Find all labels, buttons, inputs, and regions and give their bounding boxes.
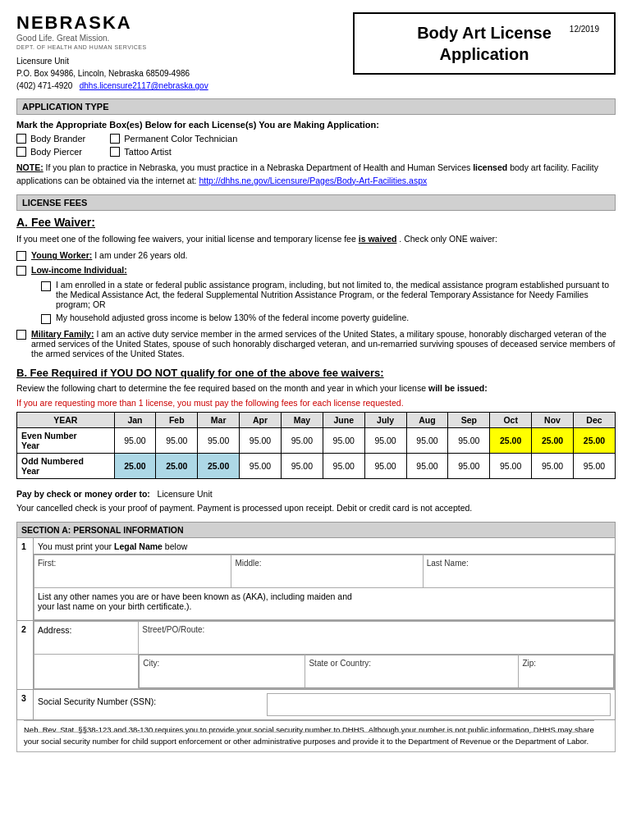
checkbox-col-left: Body Brander Body Piercer (16, 134, 85, 157)
contact-info: Licensure Unit P.O. Box 94986, Lincoln, … (16, 55, 208, 92)
ssn-field[interactable] (271, 697, 607, 712)
city-state-zip: City: State or Country: Zi (139, 654, 615, 688)
checkbox-perm-color-box[interactable] (110, 134, 120, 144)
row-ssn-note: Neb. Rev. Stat. §§38-123 and 38-130 requ… (17, 719, 616, 752)
ssn-cell: Social Security Number (SSN): (34, 689, 616, 719)
state-cell: State or Country: (305, 655, 519, 687)
row-even-apr: 95.00 (240, 428, 282, 454)
checkbox-body-brander: Body Brander (16, 134, 85, 144)
row-address: 2 Address: Street/PO/Route: (17, 620, 616, 689)
address-label-cell: Address: (34, 621, 139, 654)
waiver-low-income-label: Low-income Individual: (31, 265, 127, 275)
email-link[interactable]: dhhs.licensure2117@nebraska.gov (80, 81, 208, 90)
po-box: P.O. Box 94986, Lincoln, Nebraska 68509-… (16, 67, 208, 80)
pay-info: Pay by check or money order to: Licensur… (16, 487, 616, 515)
page-header: NEBRASKA Good Life. Great Mission. DEPT.… (16, 12, 616, 92)
sub-waivers: I am enrolled in a state or federal publ… (41, 280, 616, 324)
city-cell: City: (140, 655, 305, 687)
note-prefix: NOTE: (16, 162, 44, 172)
middle-name-cell: Middle: (231, 555, 423, 587)
fee-required-title: B. Fee Required if YOU DO NOT qualify fo… (16, 367, 616, 379)
sub-waiver-2-text: My household adjusted gross income is be… (56, 313, 409, 322)
last-name-field[interactable] (427, 568, 611, 584)
checkbox-tattoo-box[interactable] (110, 147, 120, 157)
logo-area: NEBRASKA Good Life. Great Mission. DEPT.… (16, 12, 208, 92)
row-odd-nov: 95.00 (532, 454, 574, 479)
row-even-sep: 95.00 (448, 428, 490, 454)
ssn-field-cell[interactable] (267, 693, 611, 715)
checkbox-perm-color: Permanent Color Technician (110, 134, 237, 144)
state-field[interactable] (309, 668, 515, 684)
first-name-field[interactable] (38, 568, 227, 584)
waiver-low-income-box[interactable] (16, 266, 26, 276)
licensure-unit: Licensure Unit (16, 55, 208, 67)
col-apr: Apr (240, 413, 282, 428)
checkbox-body-brander-box[interactable] (16, 134, 26, 144)
table-row-odd: Odd NumberedYear 25.00 25.00 25.00 95.00… (17, 454, 616, 479)
checkbox-tattoo: Tattoo Artist (110, 147, 237, 157)
pay-payee: Licensure Unit (158, 489, 213, 499)
col-june: June (323, 413, 364, 428)
pay-note: Your cancelled check is your proof of pa… (16, 501, 616, 515)
waiver-low-income: Low-income Individual: (16, 265, 616, 276)
row-odd-dec: 95.00 (573, 454, 615, 479)
logo-text: NEBRASKA (16, 12, 208, 34)
row-odd-feb: 25.00 (156, 454, 198, 479)
aka-field[interactable] (353, 591, 611, 616)
row-odd-june: 95.00 (323, 454, 364, 479)
col-dec: Dec (573, 413, 615, 428)
row-even-feb: 95.00 (156, 428, 198, 454)
is-waived: is waived (359, 234, 397, 244)
sub-waiver-2: My household adjusted gross income is be… (41, 313, 616, 324)
first-label: First: (38, 559, 227, 568)
street-field[interactable] (142, 634, 611, 651)
note-link[interactable]: http://dhhs.ne.gov/Licensure/Pages/Body-… (199, 176, 427, 185)
waiver-young-worker-box[interactable] (16, 251, 26, 261)
city-field[interactable] (143, 668, 301, 684)
aka-label: List any other names you are or have bee… (38, 591, 352, 611)
street-cell: Street/PO/Route: (139, 621, 615, 654)
zip-field[interactable] (522, 668, 610, 684)
phone-email: (402) 471-4920 dhhs.licensure2117@nebras… (16, 80, 208, 92)
row3-num: 3 (17, 689, 34, 719)
date-stamp: 12/2019 (570, 25, 599, 34)
waiver-military-box[interactable] (16, 330, 26, 340)
aka-field-cell[interactable] (353, 591, 611, 616)
zip-cell: Zip: (519, 655, 614, 687)
sub-waiver-1-box[interactable] (41, 281, 51, 291)
row-legal-name: 1 You must print your You must print you… (17, 537, 616, 554)
middle-name-field[interactable] (235, 568, 419, 584)
row-odd-mar: 25.00 (198, 454, 240, 479)
row-even-jan: 95.00 (114, 428, 156, 454)
row-even-nov: 25.00 (532, 428, 574, 454)
note-bold: licensed (473, 162, 507, 172)
checkbox-body-piercer: Body Piercer (16, 147, 85, 157)
col-nov: Nov (532, 413, 574, 428)
checkbox-body-piercer-label: Body Piercer (30, 147, 82, 157)
zip-label: Zip: (522, 659, 610, 668)
row1-instruction: You must print your You must print your … (34, 537, 616, 554)
app-type-note: NOTE: If you plan to practice in Nebrask… (16, 162, 616, 188)
dept-label: DEPT. OF HEALTH AND HUMAN SERVICES (16, 44, 208, 50)
fee-table-note: If you are requesting more than 1 licens… (16, 398, 616, 408)
row-odd-jan: 25.00 (114, 454, 156, 479)
section-a-header: SECTION A: PERSONAL INFORMATION (17, 522, 616, 537)
checkbox-tattoo-label: Tattoo Artist (124, 147, 171, 157)
col-year: YEAR (17, 413, 115, 428)
aka-cell: List any other names you are or have bee… (34, 587, 615, 619)
checkbox-col-right: Permanent Color Technician Tattoo Artist (110, 134, 237, 157)
ssn-label-cell: Social Security Number (SSN): (38, 693, 267, 715)
application-type-section: Mark the Appropriate Box(es) Below for e… (16, 120, 616, 188)
checkbox-body-brander-label: Body Brander (30, 134, 85, 144)
checkbox-body-piercer-box[interactable] (16, 147, 26, 157)
row-ssn: 3 Social Security Number (SSN): (17, 689, 616, 719)
first-name-cell: First: (34, 555, 231, 587)
row-name-fields: First: Middle: Last Name: (17, 554, 616, 620)
waiver-young-worker-label: Young Worker: I am under 26 years old. (31, 250, 187, 260)
fee-waiver-section: A. Fee Waiver: If you meet one of the fo… (16, 216, 616, 359)
waiver-military-text: Military Family: I am an active duty ser… (31, 329, 616, 358)
sub-waiver-2-box[interactable] (41, 314, 51, 324)
waiver-military: Military Family: I am an active duty ser… (16, 329, 616, 358)
col-aug: Aug (406, 413, 448, 428)
section-a-table: SECTION A: PERSONAL INFORMATION 1 You mu… (16, 522, 616, 753)
